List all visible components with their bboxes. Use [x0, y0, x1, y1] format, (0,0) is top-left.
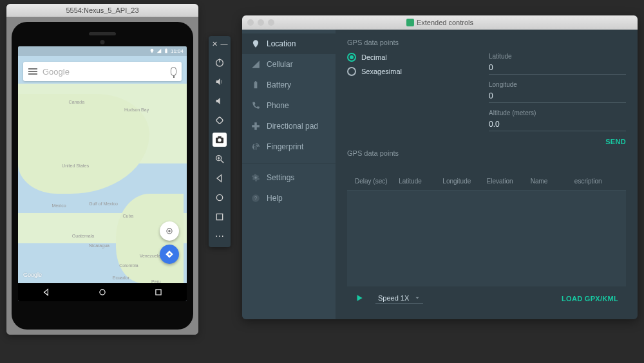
battery-icon: [164, 48, 169, 55]
camera-icon[interactable]: [213, 133, 227, 147]
radio-decimal[interactable]: Decimal: [347, 53, 463, 62]
android-badge-icon: [406, 19, 414, 26]
svg-rect-1: [166, 48, 166, 49]
traffic-zoom-icon[interactable]: [268, 19, 274, 26]
location-panel: GPS data points Decimal Sexagesimal Lati…: [336, 30, 638, 319]
sidebar-item-label: Fingerprint: [267, 142, 303, 151]
android-navbar: [18, 283, 187, 301]
location-status-icon: [149, 48, 155, 55]
sidebar-item-phone[interactable]: Phone: [242, 95, 336, 116]
device-screen[interactable]: 11:04 Google Canada Hudson Bay United St…: [18, 46, 187, 301]
radio-dot-icon: [347, 53, 356, 62]
search-placeholder: Google: [43, 67, 166, 77]
map-label: Gulf of Mexico: [89, 201, 118, 206]
radio-dot-icon: [347, 67, 356, 76]
sidebar-item-label: Directional pad: [267, 122, 318, 131]
svg-rect-5: [156, 290, 161, 295]
sidebar-item-location[interactable]: Location: [242, 33, 336, 54]
volume-down-icon[interactable]: [213, 94, 227, 108]
longitude-label: Longitude: [489, 81, 626, 88]
overview-icon[interactable]: [213, 210, 227, 224]
minimize-icon[interactable]: —: [221, 40, 228, 48]
svg-point-16: [216, 194, 222, 200]
col-longitude[interactable]: Longitude: [442, 178, 486, 185]
android-statusbar: 11:04: [18, 46, 187, 56]
back-icon[interactable]: [213, 171, 227, 185]
home-icon[interactable]: [213, 191, 227, 205]
map-label: Ecuador: [113, 275, 129, 280]
svg-rect-18: [254, 82, 258, 88]
emulator-titlebar[interactable]: 5554:Nexus_5_API_23: [6, 4, 198, 17]
send-button[interactable]: SEND: [605, 138, 626, 145]
sidebar-item-dpad[interactable]: Directional pad: [242, 116, 336, 136]
sidebar-item-help[interactable]: ? Help: [242, 188, 336, 209]
zoom-icon[interactable]: [213, 152, 227, 166]
latitude-label: Latitude: [489, 53, 626, 60]
chevron-down-icon: [414, 295, 421, 301]
map-label: United States: [62, 163, 89, 168]
directions-fab[interactable]: [160, 245, 179, 264]
more-icon[interactable]: ⋯: [213, 229, 227, 243]
power-icon[interactable]: [213, 55, 227, 70]
front-camera: [100, 40, 105, 44]
col-description[interactable]: escription: [574, 178, 618, 185]
col-name[interactable]: Name: [531, 178, 574, 185]
map-label: Guatemala: [72, 234, 94, 238]
sidebar-item-label: Cellular: [267, 60, 293, 69]
traffic-close-icon[interactable]: [247, 19, 254, 26]
svg-rect-0: [165, 49, 167, 53]
col-delay[interactable]: Delay (sec): [355, 178, 399, 185]
col-elevation[interactable]: Elevation: [487, 178, 531, 185]
sidebar-item-fingerprint[interactable]: Fingerprint: [242, 136, 336, 157]
map-label: Venezuela: [140, 254, 161, 258]
sidebar-item-settings[interactable]: Settings: [242, 163, 336, 188]
radio-label: Sexagesimal: [361, 68, 402, 75]
phone-frame: 11:04 Google Canada Hudson Bay United St…: [12, 22, 193, 330]
play-button[interactable]: [355, 293, 364, 304]
map-search-bar[interactable]: Google: [23, 62, 182, 81]
table-header: Delay (sec) Latitude Longitude Elevation…: [347, 172, 626, 191]
svg-point-10: [218, 138, 221, 142]
my-location-fab[interactable]: [160, 221, 179, 241]
svg-line-13: [221, 160, 223, 163]
altitude-input[interactable]: 0.0: [489, 118, 626, 131]
map-label: Hudson Bay: [124, 107, 149, 112]
latitude-input[interactable]: 0: [489, 61, 626, 75]
col-latitude[interactable]: Latitude: [399, 178, 442, 185]
sidebar-item-battery[interactable]: Battery: [242, 75, 336, 95]
nav-overview-icon[interactable]: [154, 288, 163, 297]
radio-sexagesimal[interactable]: Sexagesimal: [347, 67, 463, 76]
extended-controls-window: Extended controls Location Cellular Batt…: [242, 15, 638, 319]
svg-rect-17: [216, 214, 222, 219]
section-title: GPS data points: [347, 39, 626, 46]
sidebar-item-label: Help: [267, 194, 283, 203]
sidebar-item-cellular[interactable]: Cellular: [242, 54, 336, 75]
speed-select[interactable]: Speed 1X: [375, 293, 423, 304]
microphone-icon[interactable]: [171, 67, 176, 76]
longitude-input[interactable]: 0: [489, 89, 626, 103]
extended-titlebar[interactable]: Extended controls: [242, 15, 638, 30]
nav-home-icon[interactable]: [98, 288, 107, 297]
map-canvas[interactable]: Canada Hudson Bay United States Mexico G…: [18, 84, 187, 283]
close-icon[interactable]: ✕: [212, 40, 218, 48]
load-gpx-kml-button[interactable]: LOAD GPX/KML: [562, 295, 618, 302]
map-label: Mexico: [52, 203, 66, 208]
map-label: Colombia: [119, 263, 138, 268]
svg-point-3: [169, 230, 170, 232]
svg-text:?: ?: [254, 196, 258, 201]
sidebar-item-label: Location: [267, 39, 296, 48]
map-label: Canada: [69, 100, 85, 104]
speaker-slot: [89, 32, 116, 35]
section-title: GPS data points: [347, 149, 626, 157]
rotate-icon[interactable]: [213, 113, 227, 127]
traffic-minimize-icon[interactable]: [258, 19, 264, 26]
volume-up-icon[interactable]: [213, 75, 227, 89]
sidebar-item-label: Settings: [267, 173, 294, 182]
svg-rect-19: [255, 81, 256, 82]
map-label: Cuba: [122, 214, 133, 218]
hamburger-icon[interactable]: [28, 68, 37, 75]
gps-table: Delay (sec) Latitude Longitude Elevation…: [347, 172, 626, 310]
nav-back-icon[interactable]: [42, 288, 51, 297]
sidebar-item-label: Phone: [267, 101, 289, 110]
table-body[interactable]: [347, 191, 626, 286]
